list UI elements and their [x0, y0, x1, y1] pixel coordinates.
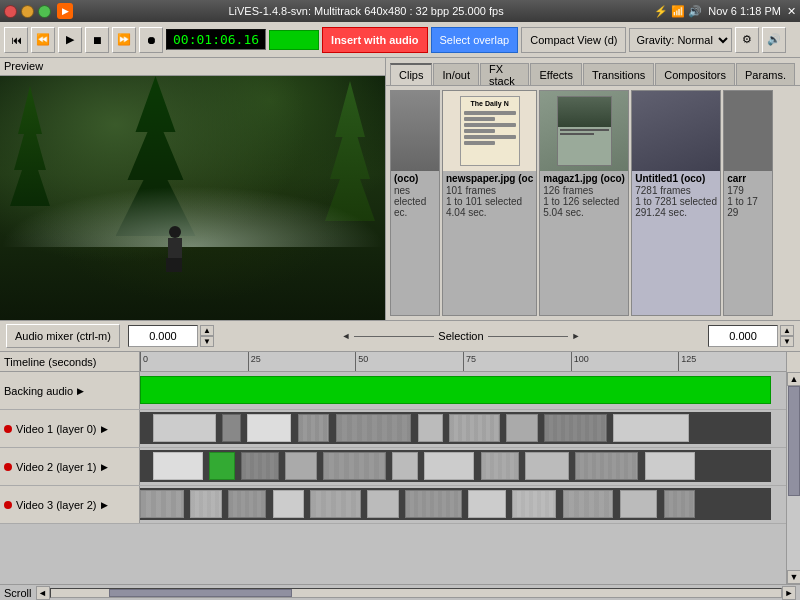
list-item[interactable]: (oco) nes elected ec.: [390, 90, 440, 316]
track-name-video1: Video 1 (layer 0): [16, 423, 97, 435]
tab-inout[interactable]: In/out: [433, 63, 479, 85]
video-clip[interactable]: [613, 414, 689, 442]
video-clip[interactable]: [228, 490, 266, 518]
list-item[interactable]: The Daily N newspaper.jpg (oc 101 frames…: [442, 90, 537, 316]
settings-button[interactable]: ⚙: [735, 27, 759, 53]
rewind-button[interactable]: ⏪: [31, 27, 55, 53]
video-clip[interactable]: [367, 490, 399, 518]
volume-button[interactable]: 🔊: [762, 27, 786, 53]
vscroll-up-button[interactable]: ▲: [787, 372, 800, 386]
scroll-right-button[interactable]: ►: [782, 586, 796, 600]
titlebar: ▶ LiVES-1.4.8-svn: Multitrack 640x480 : …: [0, 0, 800, 22]
ruler-mark-125: 125: [678, 352, 786, 371]
video-clip[interactable]: [153, 414, 216, 442]
vscroll-top-arrow[interactable]: [786, 352, 800, 372]
video-clip[interactable]: [481, 452, 519, 480]
stop-button[interactable]: ⏹: [85, 27, 109, 53]
gravity-select[interactable]: Gravity: Normal: [629, 28, 732, 52]
video-clip[interactable]: [222, 414, 241, 442]
clip-frames: nes: [394, 185, 436, 196]
video-clip[interactable]: [544, 414, 607, 442]
video-clip[interactable]: [209, 452, 234, 480]
forward-button[interactable]: ⏩: [112, 27, 136, 53]
track-expand-video3[interactable]: ▶: [101, 500, 108, 510]
right-spin-up[interactable]: ▲: [780, 325, 794, 336]
video-clip[interactable]: [323, 452, 386, 480]
minimize-button[interactable]: [21, 5, 34, 18]
left-spin-up[interactable]: ▲: [200, 325, 214, 336]
close-button[interactable]: [4, 5, 17, 18]
close-icon[interactable]: ✕: [787, 5, 796, 18]
tab-clips[interactable]: Clips: [390, 63, 432, 85]
video-clip[interactable]: [140, 490, 184, 518]
clip-selected: elected: [394, 196, 436, 207]
video-clip[interactable]: [190, 490, 222, 518]
video-clip[interactable]: [392, 452, 417, 480]
vscroll-down-button[interactable]: ▼: [787, 570, 800, 584]
video-clip[interactable]: [449, 414, 499, 442]
clip-selected: 1 to 101 selected: [446, 196, 533, 207]
clip-sec: 291.24 sec.: [635, 207, 717, 218]
video-clip[interactable]: [575, 452, 638, 480]
insert-audio-button[interactable]: Insert with audio: [322, 27, 427, 53]
rewind-to-start-button[interactable]: ⏮: [4, 27, 28, 53]
track-expand-video1[interactable]: ▶: [101, 424, 108, 434]
tab-fxstack[interactable]: FX stack: [480, 63, 529, 85]
clips-tabs: Clips In/out FX stack Effects Transition…: [386, 58, 800, 86]
compact-view-button[interactable]: Compact View (d): [521, 27, 626, 53]
track-label-video1: Video 1 (layer 0) ▶: [0, 410, 140, 447]
tab-effects[interactable]: Effects: [530, 63, 581, 85]
tab-params[interactable]: Params.: [736, 63, 795, 85]
video-clip[interactable]: [563, 490, 613, 518]
track-label-video3: Video 3 (layer 2) ▶: [0, 486, 140, 523]
tab-transitions[interactable]: Transitions: [583, 63, 654, 85]
video1-track: Video 1 (layer 0) ▶: [0, 410, 786, 448]
video-clip[interactable]: [512, 490, 556, 518]
video-clip[interactable]: [405, 490, 462, 518]
scroll-thumb[interactable]: [109, 589, 292, 597]
video2-track: Video 2 (layer 1) ▶: [0, 448, 786, 486]
video-clip[interactable]: [247, 414, 291, 442]
maximize-button[interactable]: [38, 5, 51, 18]
video-clip[interactable]: [424, 452, 474, 480]
video-clip[interactable]: [645, 452, 695, 480]
right-value-input[interactable]: 0.000: [708, 325, 778, 347]
video3-track: Video 3 (layer 2) ▶: [0, 486, 786, 524]
system-icons: ⚡ 📶 🔊: [654, 5, 702, 18]
clips-panel: Clips In/out FX stack Effects Transition…: [385, 58, 800, 320]
tab-compositors[interactable]: Compositors: [655, 63, 735, 85]
left-value-input[interactable]: 0.000: [128, 325, 198, 347]
video-clip[interactable]: [241, 452, 279, 480]
window-controls: [4, 5, 51, 18]
track-label-backing: Backing audio ▶: [0, 372, 140, 409]
video-clip[interactable]: [620, 490, 658, 518]
video-clip[interactable]: [285, 452, 317, 480]
video-clip[interactable]: [525, 452, 569, 480]
list-item[interactable]: carr 179 1 to 17 29: [723, 90, 773, 316]
video-clip[interactable]: [336, 414, 412, 442]
scroll-label: Scroll: [4, 587, 32, 599]
video-clip[interactable]: [664, 490, 696, 518]
video-clip[interactable]: [310, 490, 360, 518]
track-expand-video2[interactable]: ▶: [101, 462, 108, 472]
clips-content: (oco) nes elected ec. The Daily N: [386, 86, 800, 320]
video-clip[interactable]: [418, 414, 443, 442]
video-clip[interactable]: [298, 414, 330, 442]
video-clip[interactable]: [153, 452, 203, 480]
video-clip[interactable]: [468, 490, 506, 518]
scroll-left-button[interactable]: ◄: [36, 586, 50, 600]
video3-bg: [140, 488, 771, 520]
select-overlap-button[interactable]: Select overlap: [431, 27, 519, 53]
list-item[interactable]: Untitled1 (oco) 7281 frames 1 to 7281 se…: [631, 90, 721, 316]
vscroll-thumb[interactable]: [788, 386, 800, 496]
video2-bg: [140, 450, 771, 482]
video-clip[interactable]: [506, 414, 538, 442]
video-clip[interactable]: [273, 490, 305, 518]
audio-mixer-button[interactable]: Audio mixer (ctrl-m): [6, 324, 120, 348]
right-spin-down[interactable]: ▼: [780, 336, 794, 347]
left-spin-down[interactable]: ▼: [200, 336, 214, 347]
track-expand-backing[interactable]: ▶: [77, 386, 84, 396]
list-item[interactable]: magaz1.jpg (oco) 126 frames 1 to 126 sel…: [539, 90, 629, 316]
play-button[interactable]: ▶: [58, 27, 82, 53]
record-button[interactable]: ⏺: [139, 27, 163, 53]
